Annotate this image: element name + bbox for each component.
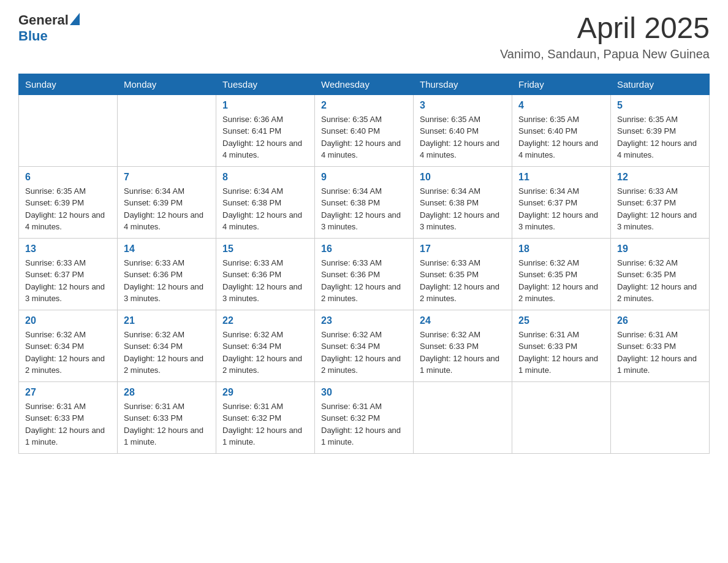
day-info: Sunrise: 6:32 AMSunset: 6:34 PMDaylight:… [222, 329, 308, 377]
day-info: Sunrise: 6:35 AMSunset: 6:40 PMDaylight:… [420, 113, 506, 161]
calendar-day-cell: 20Sunrise: 6:32 AMSunset: 6:34 PMDayligh… [19, 310, 118, 381]
day-number: 6 [25, 172, 111, 183]
day-number: 14 [124, 243, 210, 255]
calendar-day-cell: 27Sunrise: 6:31 AMSunset: 6:33 PMDayligh… [19, 381, 118, 453]
calendar-day-cell [611, 381, 710, 453]
calendar-day-cell: 2Sunrise: 6:35 AMSunset: 6:40 PMDaylight… [315, 94, 414, 166]
calendar-week-row: 13Sunrise: 6:33 AMSunset: 6:37 PMDayligh… [19, 238, 710, 310]
page-header: General Blue April 2025 Vanimo, Sandaun,… [18, 12, 710, 61]
day-number: 25 [518, 315, 604, 326]
day-number: 26 [617, 315, 703, 326]
calendar-day-header: Thursday [414, 74, 512, 94]
day-number: 8 [222, 172, 308, 183]
day-info: Sunrise: 6:31 AMSunset: 6:33 PMDaylight:… [25, 400, 111, 448]
day-number: 10 [420, 172, 506, 183]
calendar-day-cell: 16Sunrise: 6:33 AMSunset: 6:36 PMDayligh… [315, 238, 414, 310]
calendar-day-cell [512, 381, 611, 453]
calendar-day-cell: 10Sunrise: 6:34 AMSunset: 6:38 PMDayligh… [414, 166, 512, 238]
day-info: Sunrise: 6:31 AMSunset: 6:32 PMDaylight:… [321, 400, 407, 448]
calendar-day-cell [19, 94, 118, 166]
calendar-week-row: 20Sunrise: 6:32 AMSunset: 6:34 PMDayligh… [19, 310, 710, 381]
logo-blue-text: Blue [18, 28, 48, 44]
calendar-day-cell: 22Sunrise: 6:32 AMSunset: 6:34 PMDayligh… [216, 310, 315, 381]
day-number: 27 [25, 387, 111, 398]
calendar-day-cell: 3Sunrise: 6:35 AMSunset: 6:40 PMDaylight… [414, 94, 512, 166]
calendar-day-cell: 25Sunrise: 6:31 AMSunset: 6:33 PMDayligh… [512, 310, 611, 381]
calendar-day-cell: 26Sunrise: 6:31 AMSunset: 6:33 PMDayligh… [611, 310, 710, 381]
day-number: 18 [518, 243, 604, 255]
day-info: Sunrise: 6:32 AMSunset: 6:35 PMDaylight:… [617, 257, 703, 305]
day-number: 1 [222, 100, 308, 111]
day-number: 4 [518, 100, 604, 111]
day-info: Sunrise: 6:31 AMSunset: 6:33 PMDaylight:… [617, 329, 703, 377]
logo-general-text: General [18, 12, 69, 28]
day-number: 7 [124, 172, 210, 183]
day-info: Sunrise: 6:33 AMSunset: 6:37 PMDaylight:… [617, 185, 703, 233]
day-info: Sunrise: 6:33 AMSunset: 6:36 PMDaylight:… [321, 257, 407, 305]
day-info: Sunrise: 6:34 AMSunset: 6:39 PMDaylight:… [124, 185, 210, 233]
day-number: 5 [617, 100, 703, 111]
calendar-day-cell: 23Sunrise: 6:32 AMSunset: 6:34 PMDayligh… [315, 310, 414, 381]
day-info: Sunrise: 6:34 AMSunset: 6:38 PMDaylight:… [321, 185, 407, 233]
day-number: 23 [321, 315, 407, 326]
month-title: April 2025 [500, 12, 710, 45]
day-number: 3 [420, 100, 506, 111]
calendar-header-row: SundayMondayTuesdayWednesdayThursdayFrid… [19, 74, 710, 94]
calendar-day-cell: 12Sunrise: 6:33 AMSunset: 6:37 PMDayligh… [611, 166, 710, 238]
calendar-day-cell [414, 381, 512, 453]
logo: General Blue [18, 12, 80, 44]
calendar-day-cell: 19Sunrise: 6:32 AMSunset: 6:35 PMDayligh… [611, 238, 710, 310]
calendar-table: SundayMondayTuesdayWednesdayThursdayFrid… [18, 74, 710, 454]
day-number: 30 [321, 387, 407, 398]
day-info: Sunrise: 6:35 AMSunset: 6:39 PMDaylight:… [617, 113, 703, 161]
calendar-day-cell: 17Sunrise: 6:33 AMSunset: 6:35 PMDayligh… [414, 238, 512, 310]
day-number: 11 [518, 172, 604, 183]
day-info: Sunrise: 6:36 AMSunset: 6:41 PMDaylight:… [222, 113, 308, 161]
day-info: Sunrise: 6:31 AMSunset: 6:33 PMDaylight:… [124, 400, 210, 448]
day-info: Sunrise: 6:32 AMSunset: 6:34 PMDaylight:… [124, 329, 210, 377]
day-info: Sunrise: 6:32 AMSunset: 6:33 PMDaylight:… [420, 329, 506, 377]
calendar-day-cell: 14Sunrise: 6:33 AMSunset: 6:36 PMDayligh… [118, 238, 216, 310]
day-info: Sunrise: 6:33 AMSunset: 6:37 PMDaylight:… [25, 257, 111, 305]
calendar-day-cell: 13Sunrise: 6:33 AMSunset: 6:37 PMDayligh… [19, 238, 118, 310]
calendar-day-cell: 8Sunrise: 6:34 AMSunset: 6:38 PMDaylight… [216, 166, 315, 238]
day-number: 19 [617, 243, 703, 255]
day-number: 17 [420, 243, 506, 255]
day-info: Sunrise: 6:33 AMSunset: 6:36 PMDaylight:… [124, 257, 210, 305]
calendar-day-header: Monday [118, 74, 216, 94]
calendar-day-cell: 30Sunrise: 6:31 AMSunset: 6:32 PMDayligh… [315, 381, 414, 453]
day-info: Sunrise: 6:33 AMSunset: 6:36 PMDaylight:… [222, 257, 308, 305]
calendar-day-cell: 18Sunrise: 6:32 AMSunset: 6:35 PMDayligh… [512, 238, 611, 310]
day-info: Sunrise: 6:32 AMSunset: 6:34 PMDaylight:… [25, 329, 111, 377]
calendar-day-cell: 11Sunrise: 6:34 AMSunset: 6:37 PMDayligh… [512, 166, 611, 238]
calendar-day-cell: 21Sunrise: 6:32 AMSunset: 6:34 PMDayligh… [118, 310, 216, 381]
calendar-week-row: 1Sunrise: 6:36 AMSunset: 6:41 PMDaylight… [19, 94, 710, 166]
day-info: Sunrise: 6:33 AMSunset: 6:35 PMDaylight:… [420, 257, 506, 305]
day-number: 13 [25, 243, 111, 255]
day-number: 9 [321, 172, 407, 183]
day-number: 2 [321, 100, 407, 111]
calendar-day-cell: 7Sunrise: 6:34 AMSunset: 6:39 PMDaylight… [118, 166, 216, 238]
day-number: 24 [420, 315, 506, 326]
calendar-day-cell: 9Sunrise: 6:34 AMSunset: 6:38 PMDaylight… [315, 166, 414, 238]
day-info: Sunrise: 6:32 AMSunset: 6:35 PMDaylight:… [518, 257, 604, 305]
logo-triangle-icon [70, 13, 80, 25]
calendar-day-cell: 1Sunrise: 6:36 AMSunset: 6:41 PMDaylight… [216, 94, 315, 166]
day-number: 22 [222, 315, 308, 326]
calendar-day-cell: 28Sunrise: 6:31 AMSunset: 6:33 PMDayligh… [118, 381, 216, 453]
calendar-day-header: Friday [512, 74, 611, 94]
day-info: Sunrise: 6:34 AMSunset: 6:38 PMDaylight:… [420, 185, 506, 233]
calendar-day-header: Wednesday [315, 74, 414, 94]
location-subtitle: Vanimo, Sandaun, Papua New Guinea [500, 47, 710, 61]
day-info: Sunrise: 6:35 AMSunset: 6:39 PMDaylight:… [25, 185, 111, 233]
day-info: Sunrise: 6:34 AMSunset: 6:38 PMDaylight:… [222, 185, 308, 233]
day-info: Sunrise: 6:35 AMSunset: 6:40 PMDaylight:… [321, 113, 407, 161]
day-info: Sunrise: 6:32 AMSunset: 6:34 PMDaylight:… [321, 329, 407, 377]
calendar-day-cell: 15Sunrise: 6:33 AMSunset: 6:36 PMDayligh… [216, 238, 315, 310]
day-number: 28 [124, 387, 210, 398]
day-number: 29 [222, 387, 308, 398]
day-number: 21 [124, 315, 210, 326]
day-info: Sunrise: 6:31 AMSunset: 6:33 PMDaylight:… [518, 329, 604, 377]
calendar-day-cell: 5Sunrise: 6:35 AMSunset: 6:39 PMDaylight… [611, 94, 710, 166]
day-number: 15 [222, 243, 308, 255]
